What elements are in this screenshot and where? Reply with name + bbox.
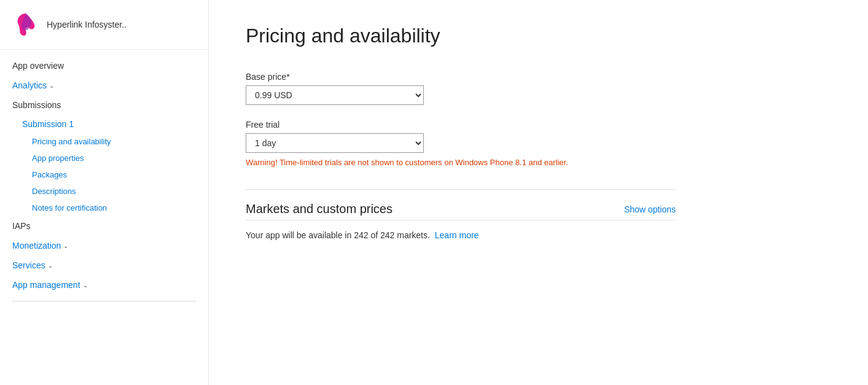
- sidebar: Hyperlink Infosyster.. App overview Anal…: [0, 0, 209, 385]
- section-divider: [246, 189, 676, 190]
- logo-icon: [12, 11, 39, 38]
- sidebar-item-label: Services: [12, 260, 45, 270]
- markets-title: Markets and custom prices: [246, 202, 393, 216]
- warning-text: Warning! Time-limited trials are not sho…: [246, 158, 676, 167]
- main-content: Pricing and availability Base price* 0.9…: [209, 0, 868, 385]
- free-trial-group: Free trial 1 day 7 days 14 days 30 days …: [246, 120, 676, 167]
- sidebar-item-label: Monetization: [12, 241, 61, 251]
- sidebar-item-label: App management: [12, 280, 80, 290]
- sidebar-item-submissions[interactable]: Submissions: [0, 95, 208, 115]
- sidebar-item-label: Submissions: [12, 100, 61, 110]
- chevron-down-icon: ⌄: [49, 82, 54, 89]
- markets-description: Your app will be available in 242 of 242…: [246, 230, 676, 240]
- sidebar-item-app-overview[interactable]: App overview: [0, 56, 208, 76]
- sidebar-item-services[interactable]: Services ⌄: [0, 255, 208, 275]
- show-options-link[interactable]: Show options: [624, 204, 676, 214]
- page-title: Pricing and availability: [246, 25, 831, 47]
- sidebar-item-descriptions[interactable]: Descriptions: [0, 183, 208, 200]
- form-section: Base price* 0.99 USD Free 0.49 USD 1.49 …: [246, 72, 676, 240]
- sidebar-item-label: App overview: [12, 61, 64, 71]
- free-trial-label: Free trial: [246, 120, 676, 130]
- sidebar-item-notes-for-certification[interactable]: Notes for certification: [0, 200, 208, 216]
- sidebar-item-pricing-and-availability[interactable]: Pricing and availability: [0, 133, 208, 150]
- markets-description-text: Your app will be available in 242 of 242…: [246, 230, 430, 240]
- sidebar-item-label: Pricing and availability: [32, 137, 111, 146]
- chevron-down-icon: ⌄: [63, 243, 68, 249]
- markets-divider: [246, 220, 676, 220]
- sidebar-navigation: App overview Analytics ⌄ Submissions Sub…: [0, 50, 208, 314]
- sidebar-item-label: Notes for certification: [32, 203, 107, 212]
- sidebar-item-label: Analytics: [12, 80, 47, 90]
- sidebar-divider: [12, 301, 196, 301]
- sidebar-item-app-management[interactable]: App management ⌄: [0, 275, 208, 295]
- learn-more-link[interactable]: Learn more: [435, 230, 479, 240]
- sidebar-item-label: Descriptions: [32, 187, 76, 196]
- base-price-label: Base price*: [246, 72, 676, 82]
- free-trial-select[interactable]: 1 day 7 days 14 days 30 days No free tri…: [246, 133, 424, 153]
- company-name: Hyperlink Infosyster..: [47, 20, 127, 29]
- sidebar-item-iaps[interactable]: IAPs: [0, 216, 208, 236]
- sidebar-item-label: IAPs: [12, 221, 31, 231]
- sidebar-item-analytics[interactable]: Analytics ⌄: [0, 76, 208, 95]
- sidebar-header: Hyperlink Infosyster..: [0, 0, 208, 50]
- chevron-down-icon: ⌄: [48, 262, 53, 269]
- sidebar-item-app-properties[interactable]: App properties: [0, 150, 208, 166]
- sidebar-item-monetization[interactable]: Monetization ⌄: [0, 236, 208, 255]
- sidebar-item-label: Packages: [32, 170, 67, 179]
- sidebar-item-label: App properties: [32, 154, 84, 163]
- sidebar-item-packages[interactable]: Packages: [0, 166, 208, 183]
- chevron-down-icon: ⌄: [83, 282, 88, 289]
- sidebar-item-label: Submission 1: [22, 119, 74, 129]
- base-price-select[interactable]: 0.99 USD Free 0.49 USD 1.49 USD 1.99 USD: [246, 85, 424, 105]
- sidebar-item-submission-1[interactable]: Submission 1: [0, 115, 208, 133]
- markets-header: Markets and custom prices Show options: [246, 202, 676, 216]
- base-price-group: Base price* 0.99 USD Free 0.49 USD 1.49 …: [246, 72, 676, 105]
